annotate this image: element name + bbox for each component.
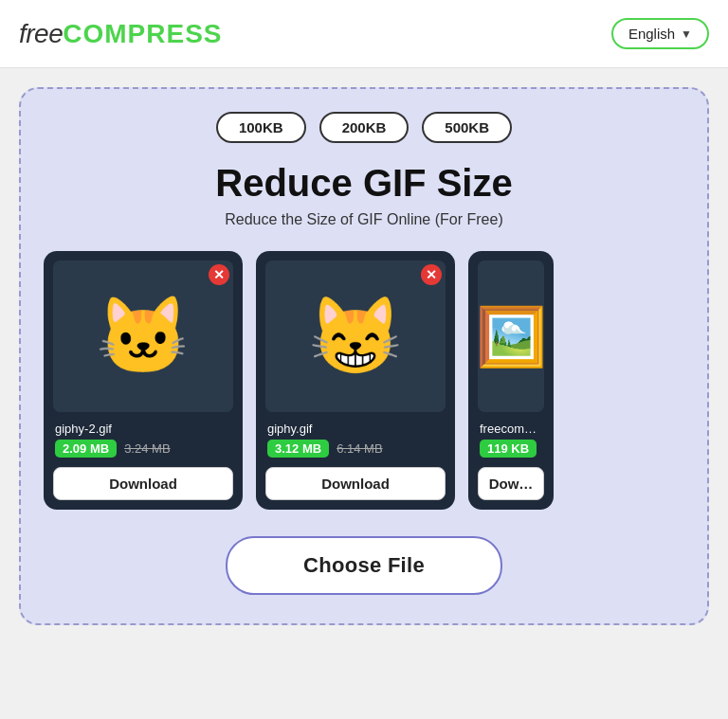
page-subtitle: Reduce the Size of GIF Online (For Free) — [225, 211, 502, 228]
logo: freeCOMPRESS — [19, 19, 223, 49]
card-2-filename: giphy.gif — [265, 422, 312, 436]
cat3-image — [478, 261, 544, 412]
choose-file-button[interactable]: Choose File — [226, 536, 502, 595]
page-title: Reduce GIF Size — [215, 162, 512, 204]
card-1-download-button[interactable]: Download — [53, 467, 233, 500]
card-1-size-old: 3.24 MB — [124, 441, 170, 456]
card-1-filename: giphy-2.gif — [53, 422, 112, 436]
file-card-2: ✕ giphy.gif 3.12 MB 6.14 MB Download — [256, 251, 455, 510]
green-circle — [482, 308, 539, 365]
card-1-image — [53, 261, 233, 412]
card-3-image — [478, 261, 544, 412]
card-3-download-button[interactable]: Dow… — [478, 467, 544, 500]
cat1-image — [53, 261, 233, 412]
main-content: 100KB 200KB 500KB Reduce GIF Size Reduce… — [0, 68, 728, 644]
card-2-image — [265, 261, 446, 412]
card-1-size-row: 2.09 MB 3.24 MB — [53, 440, 171, 458]
language-label: English — [628, 26, 675, 42]
card-2-size-old: 6.14 MB — [337, 441, 382, 456]
card-2-close-button[interactable]: ✕ — [421, 264, 442, 285]
size-100kb-button[interactable]: 100KB — [216, 112, 306, 143]
logo-compress-text: COMPRESS — [63, 19, 222, 49]
card-2-size-row: 3.12 MB 6.14 MB — [265, 440, 383, 458]
card-1-size-new: 2.09 MB — [55, 440, 117, 458]
size-200kb-button[interactable]: 200KB — [319, 112, 410, 143]
chevron-down-icon: ▼ — [681, 27, 692, 41]
cat2-image — [265, 261, 446, 412]
size-buttons-row: 100KB 200KB 500KB — [216, 112, 512, 143]
file-card-1: ✕ giphy-2.gif 2.09 MB 3.24 MB Download — [44, 251, 243, 510]
card-2-size-new: 3.12 MB — [267, 440, 329, 458]
header: freeCOMPRESS English ▼ — [0, 0, 728, 68]
logo-free-text: free — [19, 19, 63, 49]
file-card-3: freecom… 119 KB Dow… — [468, 251, 554, 510]
size-500kb-button[interactable]: 500KB — [422, 112, 512, 143]
card-3-filename: freecom… — [478, 422, 537, 436]
drop-zone[interactable]: 100KB 200KB 500KB Reduce GIF Size Reduce… — [19, 87, 709, 625]
card-3-size-new: 119 KB — [480, 440, 537, 458]
file-cards-row: ✕ giphy-2.gif 2.09 MB 3.24 MB Download ✕… — [44, 251, 684, 510]
card-2-download-button[interactable]: Download — [265, 467, 446, 500]
language-selector[interactable]: English ▼ — [611, 18, 709, 49]
card-3-size-row: 119 KB — [478, 440, 537, 458]
card-1-close-button[interactable]: ✕ — [209, 264, 229, 285]
